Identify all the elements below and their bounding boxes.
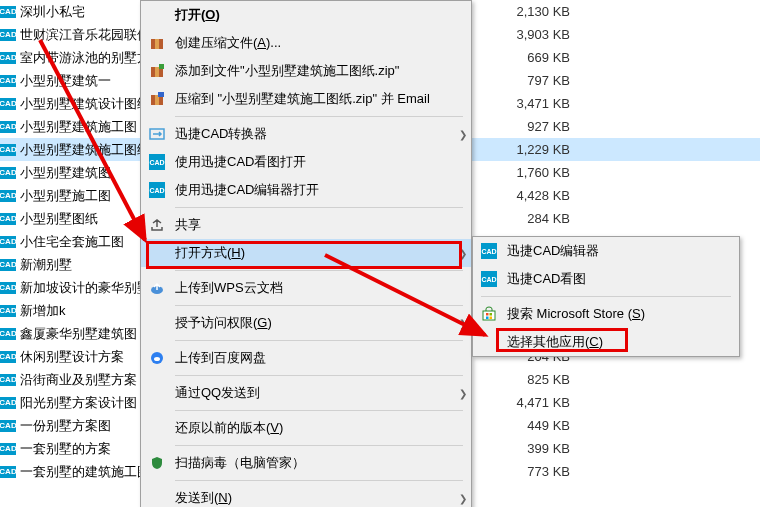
cad-file-icon: CAD	[0, 213, 16, 225]
file-name: 一套别墅的方案	[20, 440, 111, 458]
file-name: 小型别墅建筑设计图纸	[20, 95, 140, 113]
converter-icon	[149, 126, 165, 142]
baidu-pan-icon	[149, 350, 165, 366]
submenu-search-store[interactable]: 搜索 Microsoft Store (S)	[473, 300, 739, 328]
chevron-right-icon: ❯	[455, 388, 471, 399]
menu-create-archive[interactable]: 创建压缩文件(A)...	[141, 29, 471, 57]
file-name: 一套别墅的建筑施工图	[20, 463, 140, 481]
chevron-right-icon: ❯	[455, 318, 471, 329]
submenu-cad-editor[interactable]: CAD 迅捷CAD编辑器	[473, 237, 739, 265]
file-size: 669 KB	[490, 50, 570, 65]
cad-file-icon: CAD	[0, 259, 16, 271]
file-size: 449 KB	[490, 418, 570, 433]
ms-store-icon	[481, 306, 497, 322]
menu-scan-virus[interactable]: 扫描病毒（电脑管家）	[141, 449, 471, 477]
file-name: 新加坡设计的豪华别墅	[20, 279, 140, 297]
menu-compress-email[interactable]: 压缩到 "小型别墅建筑施工图纸.zip" 并 Email	[141, 85, 471, 113]
chevron-right-icon: ❯	[455, 248, 471, 259]
archive-add-icon	[149, 63, 165, 79]
file-size: 4,471 KB	[490, 395, 570, 410]
svg-rect-12	[483, 311, 495, 320]
file-size: 284 KB	[490, 211, 570, 226]
file-size: 1,760 KB	[490, 165, 570, 180]
svg-rect-4	[159, 64, 164, 69]
file-name: 一份别墅方案图	[20, 417, 111, 435]
menu-upload-wps[interactable]: 上传到WPS云文档	[141, 274, 471, 302]
wps-cloud-icon	[149, 280, 165, 296]
file-name: 沿街商业及别墅方案	[20, 371, 137, 389]
menu-upload-baidu[interactable]: 上传到百度网盘	[141, 344, 471, 372]
file-name: 小型别墅建筑施工图纸	[20, 141, 140, 159]
cad-file-icon: CAD	[0, 328, 16, 340]
menu-send-qq[interactable]: 通过QQ发送到 ❯	[141, 379, 471, 407]
svg-rect-7	[158, 92, 164, 97]
menu-grant-access[interactable]: 授予访问权限(G) ❯	[141, 309, 471, 337]
context-menu: 打开(O) 创建压缩文件(A)... 添加到文件"小型别墅建筑施工图纸.zip"…	[140, 0, 472, 507]
cad-file-icon: CAD	[0, 420, 16, 432]
cad-viewer-icon: CAD	[481, 271, 497, 287]
cad-file-icon: CAD	[0, 236, 16, 248]
cad-file-icon: CAD	[0, 443, 16, 455]
file-name: 小型别墅建筑一	[20, 72, 111, 90]
file-size: 3,903 KB	[490, 27, 570, 42]
file-name: 新潮别墅	[20, 256, 72, 274]
cad-file-icon: CAD	[0, 351, 16, 363]
menu-open-editor[interactable]: CAD 使用迅捷CAD编辑器打开	[141, 176, 471, 204]
svg-rect-16	[490, 317, 493, 320]
submenu-choose-another[interactable]: 选择其他应用(C)	[473, 328, 739, 356]
file-size: 4,428 KB	[490, 188, 570, 203]
file-size: 773 KB	[490, 464, 570, 479]
cad-file-icon: CAD	[0, 144, 16, 156]
svg-rect-13	[486, 313, 489, 316]
file-name: 小型别墅施工图	[20, 187, 111, 205]
cad-editor-icon: CAD	[149, 182, 165, 198]
file-name: 休闲别墅设计方案	[20, 348, 124, 366]
menu-open-with[interactable]: 打开方式(H) ❯	[141, 239, 471, 267]
menu-open-viewer[interactable]: CAD 使用迅捷CAD看图打开	[141, 148, 471, 176]
file-name: 室内带游泳池的别墅方	[20, 49, 140, 67]
cad-file-icon: CAD	[0, 305, 16, 317]
file-size: 3,471 KB	[490, 96, 570, 111]
menu-send-to[interactable]: 发送到(N) ❯	[141, 484, 471, 507]
menu-share[interactable]: 共享	[141, 211, 471, 239]
cad-file-icon: CAD	[0, 190, 16, 202]
svg-rect-14	[490, 313, 493, 316]
file-size: 399 KB	[490, 441, 570, 456]
file-name: 小型别墅建筑施工图	[20, 118, 137, 136]
archive-email-icon	[149, 91, 165, 107]
archive-icon	[149, 35, 165, 51]
svg-rect-1	[155, 39, 159, 49]
submenu-cad-viewer[interactable]: CAD 迅捷CAD看图	[473, 265, 739, 293]
cad-file-icon: CAD	[0, 6, 16, 18]
chevron-right-icon: ❯	[455, 493, 471, 504]
cad-file-icon: CAD	[0, 98, 16, 110]
svg-rect-3	[155, 67, 159, 77]
file-size: 1,229 KB	[490, 142, 570, 157]
menu-open[interactable]: 打开(O)	[141, 1, 471, 29]
file-name: 小型别墅图纸	[20, 210, 98, 228]
chevron-right-icon: ❯	[455, 129, 471, 140]
shield-icon	[149, 455, 165, 471]
file-size: 927 KB	[490, 119, 570, 134]
cad-file-icon: CAD	[0, 397, 16, 409]
menu-restore-versions[interactable]: 还原以前的版本(V)	[141, 414, 471, 442]
menu-add-to-zip[interactable]: 添加到文件"小型别墅建筑施工图纸.zip"	[141, 57, 471, 85]
cad-file-icon: CAD	[0, 374, 16, 386]
file-name: 小型别墅建筑图	[20, 164, 111, 182]
menu-cad-converter[interactable]: 迅捷CAD转换器 ❯	[141, 120, 471, 148]
svg-point-11	[154, 357, 160, 361]
svg-rect-15	[486, 317, 489, 320]
cad-file-icon: CAD	[0, 75, 16, 87]
file-size: 2,130 KB	[490, 4, 570, 19]
cad-file-icon: CAD	[0, 121, 16, 133]
file-size: 825 KB	[490, 372, 570, 387]
cad-editor-icon: CAD	[481, 243, 497, 259]
open-with-submenu: CAD 迅捷CAD编辑器 CAD 迅捷CAD看图 搜索 Microsoft St…	[472, 236, 740, 357]
cad-viewer-icon: CAD	[149, 154, 165, 170]
file-name: 新增加k	[20, 302, 66, 320]
cad-file-icon: CAD	[0, 282, 16, 294]
cad-file-icon: CAD	[0, 29, 16, 41]
cad-file-icon: CAD	[0, 466, 16, 478]
cad-file-icon: CAD	[0, 52, 16, 64]
cad-file-icon: CAD	[0, 167, 16, 179]
